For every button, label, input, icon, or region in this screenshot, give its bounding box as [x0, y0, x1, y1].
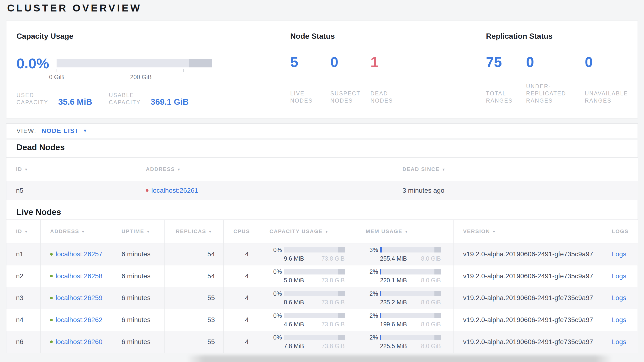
cell-mem-usage: 2% 225.5 MiB 8.0 GiB — [356, 331, 454, 353]
logs-link[interactable]: Logs — [612, 294, 626, 302]
column-header-mem-usage[interactable]: MEM USAGE ▼ — [356, 220, 454, 243]
node-status-title: Node Status — [290, 32, 486, 41]
cell-version: v19.2.0-alpha.20190606-2491-gfe735c9a97 — [454, 287, 602, 309]
sort-desc-icon: ▼ — [442, 167, 446, 171]
cell-cpus: 4 — [224, 265, 260, 287]
mem-total-value: 8.0 GiB — [421, 277, 441, 284]
column-header-id[interactable]: ID ▼ — [6, 220, 40, 243]
node-address-link[interactable]: localhost:26257 — [56, 250, 102, 258]
meter-reserved — [338, 247, 345, 253]
under-replicated-label: UNDER-REPLICATED RANGES — [526, 83, 575, 104]
usable-capacity-label: USABLE CAPACITY — [109, 92, 146, 106]
replication-status-panel: Replication Status 75 TOTAL RANGES 0 UND… — [486, 32, 638, 118]
live-nodes-table-header: ID ▼ ADDRESS ▼ UPTIME ▼ REPLICAS ▼ CPUS … — [6, 220, 638, 243]
capacity-percent: 0% — [265, 312, 282, 319]
capacity-meter-bar — [284, 269, 345, 274]
logs-link[interactable]: Logs — [612, 250, 626, 258]
replication-status-title: Replication Status — [486, 32, 638, 41]
node-address-link[interactable]: localhost:26262 — [56, 316, 102, 324]
logs-link[interactable]: Logs — [612, 272, 626, 280]
column-header-replicas[interactable]: REPLICAS ▼ — [165, 220, 224, 243]
live-node-row: n4 localhost:26262 6 minutes 53 4 0% 4.6… — [6, 309, 638, 331]
axis-tick — [99, 69, 99, 72]
dead-nodes-count: 1 — [370, 55, 410, 70]
live-status-dot-icon — [50, 340, 53, 343]
cell-replicas: 55 — [165, 331, 224, 353]
dead-nodes-stat: 1 DEAD NODES — [370, 55, 410, 106]
node-address-link[interactable]: localhost:26260 — [56, 338, 102, 346]
dead-status-dot-icon — [146, 189, 148, 192]
column-header-dead-since[interactable]: DEAD SINCE ▼ — [393, 157, 638, 181]
capacity-meter-bar — [284, 313, 345, 318]
cell-cpus: 4 — [224, 243, 260, 265]
live-node-row: n2 localhost:26258 6 minutes 54 4 0% 5.0… — [6, 265, 638, 287]
cell-logs: Logs — [602, 309, 638, 331]
column-header-id[interactable]: ID ▼ — [6, 157, 136, 181]
column-header-address[interactable]: ADDRESS ▼ — [40, 220, 112, 243]
meter-reserved — [434, 269, 441, 274]
cell-logs: Logs — [602, 265, 638, 287]
capacity-meter-bar — [284, 335, 345, 340]
mem-used-value: 235.2 MiB — [380, 299, 407, 306]
sort-desc-icon: ▼ — [24, 230, 28, 234]
column-label: REPLICAS — [176, 228, 206, 235]
meter-fill — [380, 291, 381, 296]
total-ranges-stat: 75 TOTAL RANGES — [486, 55, 526, 106]
capacity-usage-title: Capacity Usage — [16, 32, 290, 41]
live-status-dot-icon — [50, 319, 53, 321]
node-status-panel: Node Status 5 LIVE NODES 0 SUSPECT NODES… — [290, 32, 486, 118]
under-replicated-count: 0 — [526, 55, 585, 70]
column-header-cpus[interactable]: CPUS — [224, 220, 260, 243]
axis-tick — [183, 69, 184, 72]
live-nodes-label: LIVE NODES — [290, 90, 326, 104]
mem-used-value: 220.1 MiB — [380, 277, 407, 284]
cell-version: v19.2.0-alpha.20190606-2491-gfe735c9a97 — [454, 309, 602, 331]
view-selected-value: NODE LIST — [42, 127, 79, 135]
cell-cpus: 4 — [224, 331, 260, 353]
column-header-logs: LOGS — [602, 220, 638, 243]
used-capacity-stat: USED CAPACITY 35.6 MiB — [16, 92, 92, 106]
meter-reserved — [434, 335, 441, 340]
dead-nodes-table-header: ID ▼ ADDRESS ▼ DEAD SINCE ▼ — [6, 157, 638, 181]
view-selector-dropdown[interactable]: NODE LIST ▼ — [42, 127, 87, 135]
unavailable-ranges-label: UNAVAILABLE RANGES — [585, 90, 628, 104]
capacity-used-value: 4.6 MiB — [284, 321, 304, 328]
logs-link[interactable]: Logs — [612, 338, 626, 346]
unavailable-ranges-stat: 0 UNAVAILABLE RANGES — [585, 55, 625, 106]
axis-tick — [56, 69, 57, 72]
mem-percent: 3% — [362, 247, 378, 253]
live-nodes-heading: Live Nodes — [16, 207, 61, 217]
column-header-uptime[interactable]: UPTIME ▼ — [112, 220, 165, 243]
node-address-link[interactable]: localhost:26259 — [56, 294, 102, 302]
node-address-link[interactable]: localhost:26258 — [56, 272, 102, 280]
capacity-usage-panel: Capacity Usage 0.0% 0 GiB 200 GiB USED C… — [16, 32, 290, 118]
meter-fill — [380, 335, 381, 340]
column-label: MEM USAGE — [366, 228, 402, 235]
cell-capacity-usage: 0% 7.8 MiB 73.8 GiB — [260, 331, 356, 353]
suspect-nodes-label: SUSPECT NODES — [330, 90, 366, 104]
column-label: VERSION — [463, 228, 490, 235]
column-header-address[interactable]: ADDRESS ▼ — [136, 157, 393, 181]
cell-uptime: 6 minutes — [112, 331, 165, 353]
column-header-capacity-usage[interactable]: CAPACITY USAGE ▼ — [260, 220, 356, 243]
capacity-total-value: 73.8 GiB — [322, 255, 345, 262]
cell-node-id: n6 — [6, 331, 40, 353]
node-address-link[interactable]: localhost:26261 — [151, 187, 198, 194]
meter-reserved — [338, 335, 345, 340]
cluster-summary-card: Capacity Usage 0.0% 0 GiB 200 GiB USED C… — [6, 21, 638, 118]
unavailable-ranges-count: 0 — [585, 55, 625, 70]
dead-node-row: n5 localhost:26261 3 minutes ago — [6, 181, 638, 200]
column-header-version[interactable]: VERSION ▼ — [454, 220, 602, 243]
cell-mem-usage: 2% 235.2 MiB 8.0 GiB — [356, 287, 454, 309]
cell-cpus: 4 — [224, 309, 260, 331]
cell-replicas: 54 — [165, 265, 224, 287]
capacity-meter-bar — [284, 291, 345, 296]
column-label: CAPACITY USAGE — [270, 228, 323, 235]
under-replicated-stat: 0 UNDER-REPLICATED RANGES — [526, 55, 585, 106]
logs-link[interactable]: Logs — [612, 316, 626, 324]
chevron-down-icon: ▼ — [83, 128, 87, 133]
meter-fill — [380, 269, 381, 274]
mem-used-value: 255.4 MiB — [380, 255, 407, 262]
live-nodes-count: 5 — [290, 55, 330, 70]
dead-nodes-heading: Dead Nodes — [16, 142, 65, 152]
